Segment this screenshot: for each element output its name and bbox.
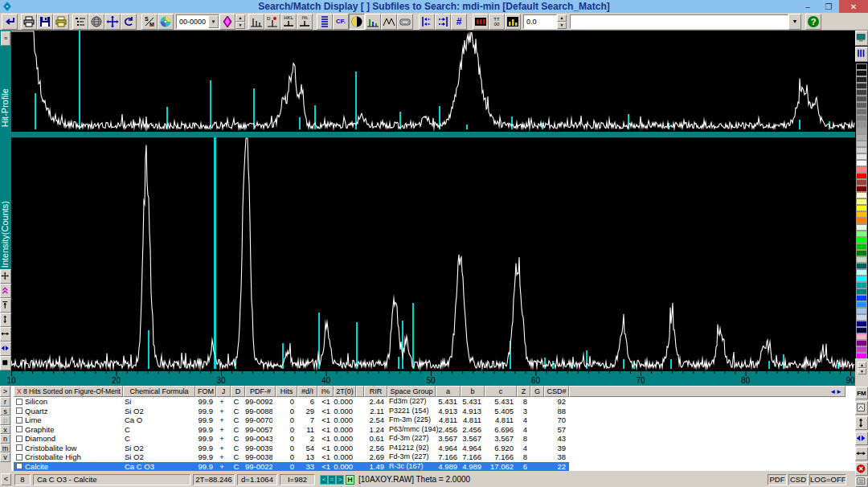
expand-vertical-button[interactable]	[855, 416, 868, 430]
row-button-r[interactable]: r	[0, 397, 10, 407]
peaks-color-button[interactable]	[365, 14, 381, 30]
sm-ratio-button[interactable]: SM	[141, 14, 158, 30]
palette-color[interactable]	[856, 63, 867, 70]
align-left-button[interactable]	[419, 14, 435, 30]
palette-color[interactable]	[856, 128, 867, 134]
panel-divider[interactable]	[11, 132, 855, 137]
palette-color[interactable]	[856, 205, 867, 211]
palette-color[interactable]	[856, 211, 867, 218]
pdf-number-combo[interactable]: 00-0000▼	[176, 14, 219, 29]
peaks-hkl-button[interactable]: HKL	[280, 14, 297, 30]
list-button[interactable]	[855, 477, 868, 487]
column-header-csd[interactable]: CSD#	[544, 386, 569, 397]
peaks-d0-button[interactable]: D	[264, 14, 280, 30]
column-header-formula[interactable]: Chemical Formula	[123, 386, 195, 397]
hit-profile-plot[interactable]	[11, 31, 855, 132]
column-header-blank[interactable]	[356, 386, 364, 397]
row-checkbox[interactable]	[16, 399, 23, 405]
palette-color[interactable]	[856, 83, 867, 89]
column-header-pdf[interactable]: PDF-#	[245, 386, 276, 397]
table-row-lime[interactable]: LimeCa O99.9+C99-007007<10.0002.54Fm-3m …	[14, 415, 569, 425]
vertical-list-button[interactable]	[317, 14, 333, 30]
offset-spinner-right[interactable]: ▲▼	[858, 362, 866, 374]
hash-button[interactable]: #	[451, 14, 467, 30]
gem-button[interactable]	[219, 14, 235, 30]
cf-button[interactable]: CF.	[333, 14, 349, 30]
row-button-v[interactable]: v	[0, 452, 10, 462]
palette-color[interactable]	[856, 295, 867, 301]
peaks-ipct-button[interactable]: I%	[297, 14, 313, 30]
palette-color[interactable]	[856, 218, 867, 224]
palette-color[interactable]	[856, 263, 867, 269]
palette-color[interactable]	[856, 340, 867, 346]
palette-color[interactable]	[856, 250, 867, 256]
pdf-spinner[interactable]: ▲▼	[235, 14, 245, 29]
column-header-name[interactable]: X 8 Hits Sorted on Figure-Of-Merit	[14, 386, 123, 397]
palette-color[interactable]	[856, 192, 867, 198]
palette-color[interactable]	[856, 121, 867, 128]
row-button->[interactable]: >	[0, 386, 10, 397]
row-checkbox[interactable]	[16, 463, 23, 469]
palette-color[interactable]	[856, 141, 867, 147]
blue-leftright-button[interactable]	[0, 342, 11, 356]
cd-disc-button[interactable]	[158, 14, 174, 30]
column-header-c[interactable]: c	[485, 386, 517, 397]
nav-prev[interactable]: <	[320, 475, 328, 485]
row-button-s[interactable]: s	[0, 407, 10, 416]
arrow-top-button[interactable]	[0, 298, 11, 313]
intensity-plot[interactable]	[11, 137, 855, 371]
palette-color[interactable]	[856, 346, 867, 353]
row-checkbox[interactable]	[16, 407, 23, 414]
menu-button[interactable]: ≡	[1, 31, 10, 46]
fm-button[interactable]: FM	[855, 387, 868, 399]
row-checkbox[interactable]	[16, 417, 23, 424]
display-mode-button[interactable]	[855, 31, 868, 46]
palette-color[interactable]	[856, 334, 867, 340]
chevrons-up-button[interactable]	[0, 284, 11, 298]
palette-color[interactable]	[856, 231, 867, 237]
table-row-cristobalite-low[interactable]: Cristobalite lowSi O299.9+C99-0039054<10…	[14, 444, 569, 453]
print-export-button[interactable]	[53, 14, 69, 30]
column-header-sg[interactable]: Space Group	[387, 386, 436, 397]
column-header-dl[interactable]: #d/I	[297, 386, 317, 397]
palette-color[interactable]	[856, 96, 867, 102]
palette-color[interactable]	[856, 308, 867, 314]
palette-color[interactable]	[856, 134, 867, 141]
table-row-cristobalite-high[interactable]: Cristobalite HighSi O299.9+C99-0038013<1…	[14, 452, 569, 462]
refresh-button[interactable]	[121, 14, 137, 30]
row-checkbox[interactable]	[16, 436, 23, 442]
column-header-z[interactable]: Z	[517, 386, 530, 397]
palette-color[interactable]	[856, 327, 867, 334]
back-button[interactable]: <	[1, 473, 11, 485]
column-header-hits[interactable]: Hits	[276, 386, 297, 397]
palette-color[interactable]	[856, 160, 867, 166]
offset-field[interactable]: 0.0	[523, 14, 557, 29]
palette-color[interactable]	[856, 102, 867, 108]
contrast-button[interactable]	[349, 14, 365, 30]
column-header-fom[interactable]: FOM	[195, 386, 216, 397]
palette-color[interactable]	[856, 301, 867, 308]
palette-color[interactable]	[856, 115, 867, 121]
row-button-n[interactable]: n	[0, 434, 10, 444]
palette-color[interactable]	[856, 289, 867, 295]
palette-color[interactable]	[856, 147, 867, 153]
stop-square-button[interactable]	[0, 356, 11, 370]
close-button[interactable]: ✕	[839, 0, 868, 13]
palette-color[interactable]	[856, 314, 867, 321]
align-right-button[interactable]	[435, 14, 451, 30]
palette-color[interactable]	[856, 153, 867, 160]
color-bars-button[interactable]	[855, 47, 868, 62]
delete-button[interactable]	[855, 462, 868, 476]
palette-color[interactable]	[856, 166, 867, 173]
restore-button[interactable]: ❐	[818, 0, 839, 13]
nav-current[interactable]: =	[328, 475, 336, 485]
table-row-diamond[interactable]: DiamondC99.9+C99-004302<10.0000.61Fd-3m …	[14, 434, 569, 444]
save-button[interactable]	[37, 14, 53, 30]
column-header-rir[interactable]: RIR	[364, 386, 387, 397]
search-dropdown-button[interactable]: ▼	[788, 14, 801, 30]
palette-color[interactable]	[856, 256, 867, 263]
palette-color[interactable]	[856, 108, 867, 115]
gray-box-button[interactable]	[397, 14, 413, 30]
pan-arrows-button[interactable]	[104, 14, 121, 30]
palette-color[interactable]	[856, 179, 867, 186]
